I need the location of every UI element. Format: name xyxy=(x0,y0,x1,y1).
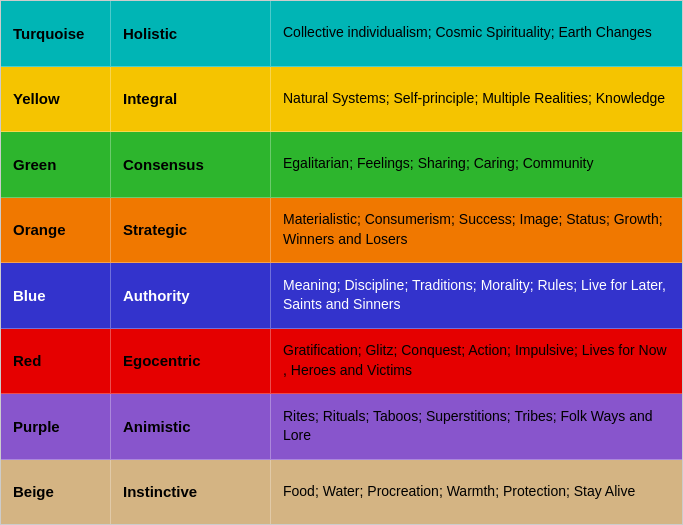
color-cell-red: Red xyxy=(1,329,111,394)
name-cell-red: Egocentric xyxy=(111,329,271,394)
name-label-turquoise: Holistic xyxy=(123,23,177,44)
name-cell-orange: Strategic xyxy=(111,198,271,263)
desc-text-green: Egalitarian; Feelings; Sharing; Caring; … xyxy=(283,154,593,174)
row-red: Red Egocentric Gratification; Glitz; Con… xyxy=(1,329,682,395)
color-label-yellow: Yellow xyxy=(13,88,60,109)
name-cell-turquoise: Holistic xyxy=(111,1,271,66)
color-cell-orange: Orange xyxy=(1,198,111,263)
name-cell-blue: Authority xyxy=(111,263,271,328)
color-label-green: Green xyxy=(13,154,56,175)
desc-cell-yellow: Natural Systems; Self-principle; Multipl… xyxy=(271,67,682,132)
row-beige: Beige Instinctive Food; Water; Procreati… xyxy=(1,460,682,525)
color-label-beige: Beige xyxy=(13,481,54,502)
name-label-orange: Strategic xyxy=(123,219,187,240)
row-orange: Orange Strategic Materialistic; Consumer… xyxy=(1,198,682,264)
desc-cell-turquoise: Collective individualism; Cosmic Spiritu… xyxy=(271,1,682,66)
row-yellow: Yellow Integral Natural Systems; Self-pr… xyxy=(1,67,682,133)
color-label-blue: Blue xyxy=(13,285,46,306)
name-label-yellow: Integral xyxy=(123,88,177,109)
name-label-beige: Instinctive xyxy=(123,481,197,502)
name-label-green: Consensus xyxy=(123,154,204,175)
desc-cell-purple: Rites; Rituals; Taboos; Superstitions; T… xyxy=(271,394,682,459)
color-label-turquoise: Turquoise xyxy=(13,23,84,44)
name-cell-yellow: Integral xyxy=(111,67,271,132)
desc-cell-orange: Materialistic; Consumerism; Success; Ima… xyxy=(271,198,682,263)
name-cell-green: Consensus xyxy=(111,132,271,197)
name-label-blue: Authority xyxy=(123,285,190,306)
desc-text-yellow: Natural Systems; Self-principle; Multipl… xyxy=(283,89,665,109)
desc-cell-beige: Food; Water; Procreation; Warmth; Protec… xyxy=(271,460,682,525)
desc-text-beige: Food; Water; Procreation; Warmth; Protec… xyxy=(283,482,635,502)
color-cell-purple: Purple xyxy=(1,394,111,459)
color-cell-beige: Beige xyxy=(1,460,111,525)
desc-cell-green: Egalitarian; Feelings; Sharing; Caring; … xyxy=(271,132,682,197)
desc-text-orange: Materialistic; Consumerism; Success; Ima… xyxy=(283,210,670,249)
color-cell-blue: Blue xyxy=(1,263,111,328)
desc-text-red: Gratification; Glitz; Conquest; Action; … xyxy=(283,341,670,380)
desc-cell-blue: Meaning; Discipline; Traditions; Moralit… xyxy=(271,263,682,328)
name-cell-beige: Instinctive xyxy=(111,460,271,525)
spiral-dynamics-table: Turquoise Holistic Collective individual… xyxy=(0,0,683,525)
desc-text-turquoise: Collective individualism; Cosmic Spiritu… xyxy=(283,23,652,43)
color-label-red: Red xyxy=(13,350,41,371)
row-blue: Blue Authority Meaning; Discipline; Trad… xyxy=(1,263,682,329)
row-green: Green Consensus Egalitarian; Feelings; S… xyxy=(1,132,682,198)
desc-text-purple: Rites; Rituals; Taboos; Superstitions; T… xyxy=(283,407,670,446)
name-cell-purple: Animistic xyxy=(111,394,271,459)
desc-text-blue: Meaning; Discipline; Traditions; Moralit… xyxy=(283,276,670,315)
desc-cell-red: Gratification; Glitz; Conquest; Action; … xyxy=(271,329,682,394)
color-cell-green: Green xyxy=(1,132,111,197)
color-label-orange: Orange xyxy=(13,219,66,240)
row-purple: Purple Animistic Rites; Rituals; Taboos;… xyxy=(1,394,682,460)
color-cell-turquoise: Turquoise xyxy=(1,1,111,66)
row-turquoise: Turquoise Holistic Collective individual… xyxy=(1,1,682,67)
name-label-purple: Animistic xyxy=(123,416,191,437)
color-cell-yellow: Yellow xyxy=(1,67,111,132)
name-label-red: Egocentric xyxy=(123,350,201,371)
color-label-purple: Purple xyxy=(13,416,60,437)
